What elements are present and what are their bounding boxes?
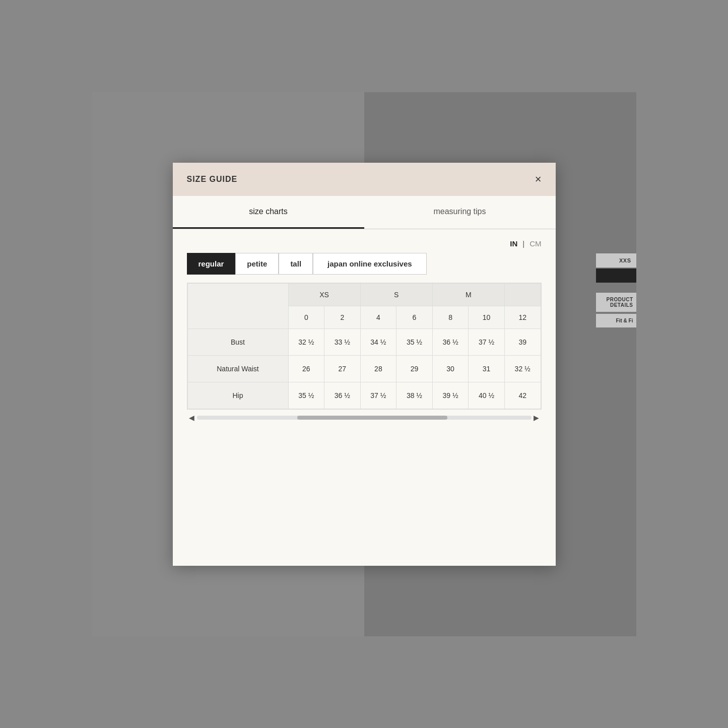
size-0: 0 <box>288 306 324 328</box>
label-hip: Hip <box>187 382 288 409</box>
tabs-container: size charts measuring tips <box>173 196 556 229</box>
unit-cm[interactable]: CM <box>530 239 541 248</box>
size-12: 12 <box>504 306 541 328</box>
waist-6: 29 <box>396 355 433 382</box>
waist-8: 30 <box>432 355 469 382</box>
group-extra <box>504 283 541 306</box>
tab-size-charts[interactable]: size charts <box>173 196 364 229</box>
table-scroll-area[interactable]: XS S M 0 2 4 6 8 10 12 <box>187 283 541 409</box>
size-4: 4 <box>360 306 396 328</box>
scrollbar-thumb[interactable] <box>297 416 448 420</box>
size-btn-japan[interactable]: japan online exclusives <box>313 253 427 275</box>
size-10: 10 <box>469 306 505 328</box>
hip-2: 36 ½ <box>324 382 361 409</box>
size-2: 2 <box>324 306 361 328</box>
group-s: S <box>360 283 432 306</box>
waist-10: 31 <box>469 355 505 382</box>
bust-8: 36 ½ <box>432 328 469 355</box>
unit-in[interactable]: IN <box>510 239 517 248</box>
label-bust: Bust <box>187 328 288 355</box>
hip-10: 40 ½ <box>469 382 505 409</box>
scrollbar-row: ◀ ▶ <box>187 410 542 426</box>
scrollbar-track[interactable] <box>197 416 532 420</box>
unit-divider: | <box>522 239 524 248</box>
unit-toggle: IN | CM <box>173 229 556 253</box>
header-empty <box>187 283 288 328</box>
table-row-bust: Bust 32 ½ 33 ½ 34 ½ 35 ½ 36 ½ 37 ½ 39 <box>187 328 541 355</box>
bust-0: 32 ½ <box>288 328 324 355</box>
size-btn-petite[interactable]: petite <box>235 253 279 275</box>
modal-title: SIZE GUIDE <box>187 175 238 184</box>
hip-12: 42 <box>504 382 541 409</box>
size-table-wrapper: XS S M 0 2 4 6 8 10 12 <box>187 283 542 410</box>
hip-0: 35 ½ <box>288 382 324 409</box>
right-panel: XXS PRODUCT DETAILS Fit & Fi <box>591 92 636 636</box>
label-natural-waist: Natural Waist <box>187 355 288 382</box>
size-btn-regular[interactable]: regular <box>187 253 236 275</box>
waist-4: 28 <box>360 355 396 382</box>
group-m: M <box>432 283 504 306</box>
fit-button[interactable]: Fit & Fi <box>596 314 636 327</box>
black-block <box>596 269 636 283</box>
group-xs: XS <box>288 283 360 306</box>
size-guide-modal: SIZE GUIDE × size charts measuring tips … <box>173 163 556 566</box>
close-button[interactable]: × <box>535 174 542 185</box>
bust-4: 34 ½ <box>360 328 396 355</box>
table-row-hip: Hip 35 ½ 36 ½ 37 ½ 38 ½ 39 ½ 40 ½ 42 <box>187 382 541 409</box>
scroll-left-arrow[interactable]: ◀ <box>187 414 197 422</box>
modal-header: SIZE GUIDE × <box>173 163 556 196</box>
product-details-button[interactable]: PRODUCT DETAILS <box>596 293 636 312</box>
tab-measuring-tips[interactable]: measuring tips <box>364 196 556 229</box>
group-header-row: XS S M <box>187 283 541 306</box>
size-6: 6 <box>396 306 433 328</box>
size-8: 8 <box>432 306 469 328</box>
page-wrapper: XXS PRODUCT DETAILS Fit & Fi SIZE GUIDE … <box>92 92 636 636</box>
bust-12: 39 <box>504 328 541 355</box>
table-row-natural-waist: Natural Waist 26 27 28 29 30 31 32 ½ <box>187 355 541 382</box>
bust-10: 37 ½ <box>469 328 505 355</box>
waist-2: 27 <box>324 355 361 382</box>
bust-2: 33 ½ <box>324 328 361 355</box>
waist-12: 32 ½ <box>504 355 541 382</box>
scroll-right-arrow[interactable]: ▶ <box>532 414 542 422</box>
hip-8: 39 ½ <box>432 382 469 409</box>
size-table: XS S M 0 2 4 6 8 10 12 <box>187 283 541 409</box>
size-btn-tall[interactable]: tall <box>279 253 313 275</box>
waist-0: 26 <box>288 355 324 382</box>
size-buttons: regular petite tall japan online exclusi… <box>173 253 556 283</box>
hip-4: 37 ½ <box>360 382 396 409</box>
xxs-button[interactable]: XXS <box>596 253 636 268</box>
hip-6: 38 ½ <box>396 382 433 409</box>
bust-6: 35 ½ <box>396 328 433 355</box>
